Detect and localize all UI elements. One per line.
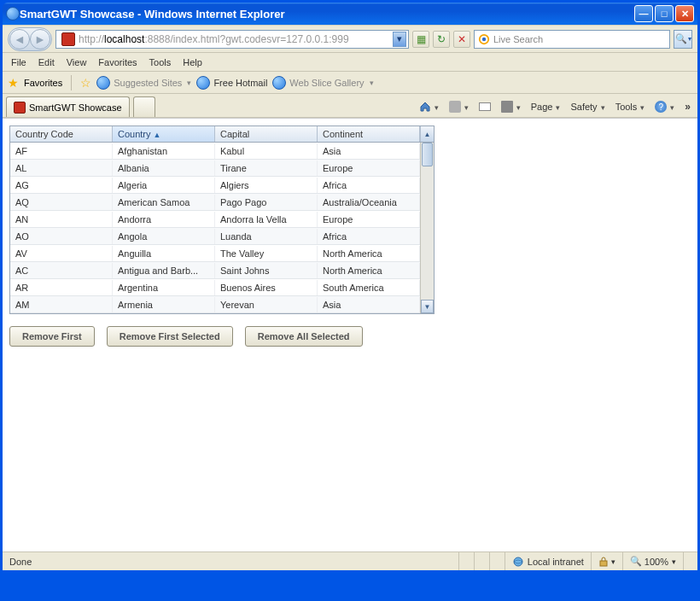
page-menu[interactable]: Page (528, 100, 564, 114)
search-placeholder: Live Search (493, 34, 543, 44)
table-cell: AL (10, 160, 113, 176)
remove-first-button[interactable]: Remove First (9, 326, 95, 347)
home-button[interactable] (416, 99, 442, 114)
grid-scrollbar[interactable]: ▼ (420, 143, 434, 313)
menu-help[interactable]: Help (183, 57, 202, 67)
chevron-more-icon[interactable]: » (685, 101, 691, 113)
tools-menu[interactable]: Tools (612, 100, 649, 114)
favorites-star-icon: ★ (8, 76, 19, 90)
table-cell: North America (318, 263, 420, 278)
status-text: Done (3, 552, 38, 570)
stop-button[interactable]: ✕ (453, 31, 470, 48)
help-icon: ? (655, 101, 667, 113)
add-favorite-icon[interactable]: ☆ (80, 76, 91, 90)
table-row[interactable]: ACAntigua and Barb...Saint JohnsNorth Am… (10, 262, 420, 279)
table-cell: Tirane (215, 160, 318, 176)
table-cell: AR (10, 280, 113, 295)
zoom-control[interactable]: 🔍 100%▾ (623, 552, 684, 570)
table-cell: Algiers (215, 178, 318, 193)
table-row[interactable]: ALAlbaniaTiraneEurope (10, 160, 420, 177)
table-cell: Africa (318, 178, 420, 193)
menu-tools[interactable]: Tools (149, 57, 172, 67)
bing-icon (478, 33, 490, 45)
refresh-button[interactable]: ↻ (433, 31, 450, 48)
menu-file[interactable]: File (11, 57, 26, 67)
country-grid: Country Code Country▲ Capital Continent … (9, 125, 435, 314)
scrollbar-thumb[interactable] (422, 143, 433, 166)
print-button[interactable] (498, 99, 524, 114)
table-cell: Luanda (215, 229, 318, 244)
table-row[interactable]: AVAnguillaThe ValleyNorth America (10, 245, 420, 262)
sort-asc-icon: ▲ (154, 131, 161, 139)
address-bar[interactable]: http://localhost:8888/index.html?gwt.cod… (55, 30, 409, 49)
table-row[interactable]: ANAndorraAndorra la VellaEurope (10, 211, 420, 228)
favorites-label[interactable]: Favorites (24, 78, 62, 88)
site-favicon-icon (61, 32, 75, 46)
rss-icon (449, 101, 461, 113)
menu-edit[interactable]: Edit (38, 57, 55, 67)
col-country-code[interactable]: Country Code (10, 126, 113, 142)
table-cell: American Samoa (113, 195, 215, 210)
close-button[interactable]: ✕ (675, 5, 694, 22)
remove-first-selected-button[interactable]: Remove First Selected (107, 326, 233, 347)
table-row[interactable]: AOAngolaLuandaAfrica (10, 228, 420, 245)
col-country[interactable]: Country▲ (113, 126, 215, 142)
back-button[interactable]: ◄ (9, 29, 30, 50)
safety-menu[interactable]: Safety (567, 100, 608, 114)
read-mail-button[interactable] (475, 101, 494, 113)
address-dropdown-button[interactable]: ▾ (393, 32, 406, 47)
feeds-button[interactable] (446, 99, 472, 114)
table-cell: Argentina (113, 280, 215, 295)
table-cell: Europe (318, 212, 420, 227)
favorites-bar: ★ Favorites ☆ Suggested Sites▾ Free Hotm… (3, 72, 697, 94)
url-text: http://localhost:8888/index.html?gwt.cod… (79, 33, 393, 45)
col-continent[interactable]: Continent (318, 126, 420, 142)
table-cell: Australia/Oceania (318, 195, 420, 210)
tab-smartgwt-showcase[interactable]: SmartGWT Showcase (6, 96, 130, 117)
table-row[interactable]: AFAfghanistanKabulAsia (10, 143, 420, 160)
table-row[interactable]: AGAlgeriaAlgiersAfrica (10, 177, 420, 194)
search-go-button[interactable]: 🔍▾ (674, 30, 692, 49)
svg-rect-3 (600, 561, 607, 566)
table-row[interactable]: AQAmerican SamoaPago PagoAustralia/Ocean… (10, 194, 420, 211)
table-row[interactable]: ARArgentinaBuenos AiresSouth America (10, 279, 420, 296)
web-slice-gallery-link[interactable]: Web Slice Gallery▾ (272, 76, 373, 90)
scroll-up-button[interactable]: ▲ (420, 126, 434, 142)
menu-favorites[interactable]: Favorites (98, 57, 137, 67)
table-cell: Saint Johns (215, 263, 318, 278)
free-hotmail-link[interactable]: Free Hotmail (196, 76, 267, 90)
forward-button[interactable]: ► (30, 29, 50, 50)
home-icon (419, 101, 431, 113)
table-cell: AN (10, 212, 113, 227)
grid-body[interactable]: AFAfghanistanKabulAsiaALAlbaniaTiraneEur… (10, 143, 420, 313)
ie-page-icon (272, 76, 286, 90)
menu-bar: File Edit View Favorites Tools Help (3, 53, 697, 72)
security-zone: Local intranet (505, 552, 592, 570)
new-tab-button[interactable] (133, 96, 155, 117)
table-cell: Antigua and Barb... (113, 263, 215, 278)
table-cell: AM (10, 297, 113, 312)
table-cell: Andorra (113, 212, 215, 227)
suggested-sites-link[interactable]: Suggested Sites▾ (96, 76, 191, 90)
window-title: SmartGWT Showcase - Windows Internet Exp… (20, 8, 285, 20)
table-cell: AF (10, 143, 113, 159)
scroll-down-button[interactable]: ▼ (421, 300, 434, 313)
table-row[interactable]: AMArmeniaYerevanAsia (10, 296, 420, 313)
help-button[interactable]: ? (651, 99, 678, 114)
table-cell: Africa (318, 229, 420, 244)
minimize-button[interactable]: — (634, 5, 653, 22)
tab-favicon-icon (14, 102, 26, 114)
ie-icon (6, 7, 20, 20)
table-cell: AG (10, 178, 113, 193)
table-cell: Afghanistan (113, 143, 215, 159)
protected-mode[interactable]: ▾ (592, 552, 623, 570)
col-capital[interactable]: Capital (215, 126, 318, 142)
compat-view-button[interactable]: ▦ (412, 31, 429, 48)
search-box[interactable]: Live Search (474, 30, 670, 49)
menu-view[interactable]: View (67, 57, 87, 67)
maximize-button[interactable]: □ (655, 5, 674, 22)
table-cell: Pago Pago (215, 195, 318, 210)
table-cell: Angola (113, 229, 215, 244)
remove-all-selected-button[interactable]: Remove All Selected (245, 326, 363, 347)
table-cell: South America (318, 280, 420, 295)
